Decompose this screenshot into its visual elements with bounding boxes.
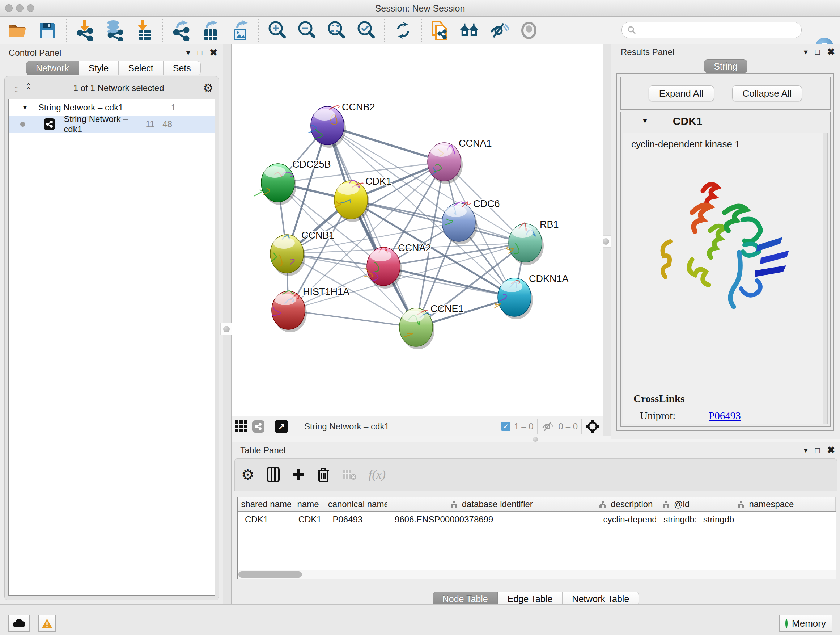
refresh-layout-icon[interactable] xyxy=(393,20,413,41)
node-count: 11 xyxy=(145,119,155,129)
tab-sets[interactable]: Sets xyxy=(163,61,201,75)
table-cell[interactable]: 9606.ENSP00000378699 xyxy=(387,512,596,527)
delete-column-icon[interactable] xyxy=(317,467,330,482)
panel-collapse-icon[interactable]: ▾ xyxy=(804,48,808,56)
cloud-icon xyxy=(12,619,25,628)
birdseye-view-icon[interactable]: ↗ xyxy=(275,420,288,433)
table-cell[interactable]: cyclin-dependent ... xyxy=(596,512,657,527)
table-hscrollbar-thumb[interactable] xyxy=(238,571,302,578)
memory-status-dot xyxy=(785,619,788,628)
crosslinks-title: CrossLinks xyxy=(633,393,816,405)
tree-expander-icon[interactable]: ▼ xyxy=(22,104,28,111)
node-label-cdc25b: CDC25B xyxy=(292,159,331,170)
collapse-all-networks-icon[interactable]: ⌄⌄ xyxy=(10,84,22,92)
panel-close-icon[interactable]: ✖ xyxy=(827,46,835,57)
collapse-all-button[interactable]: Collapse All xyxy=(732,86,802,101)
memory-button[interactable]: Memory xyxy=(779,615,832,632)
search-input[interactable] xyxy=(636,25,788,35)
network-node-rb1[interactable]: RB1 xyxy=(507,219,559,265)
add-column-icon[interactable] xyxy=(292,468,305,481)
table-cell[interactable]: CDK1 xyxy=(291,512,325,527)
column-header-namespace[interactable]: namespace xyxy=(696,497,836,511)
network-edge[interactable] xyxy=(288,310,416,327)
import-network-database-icon[interactable] xyxy=(104,20,125,41)
crosslink-uniprot[interactable]: P06493 xyxy=(709,410,741,422)
column-header-name[interactable]: name xyxy=(291,497,325,511)
cdk1-entry-header[interactable]: ▼ CDK1 xyxy=(621,112,830,130)
selected-nodes-checkbox[interactable]: ✓ xyxy=(501,422,510,431)
network-node-ccne1[interactable]: CCNE1 xyxy=(399,303,464,349)
node-table[interactable]: shared namenamecanonical namedatabase id… xyxy=(237,497,836,579)
table-row[interactable]: CDK1CDK1P064939606.ENSP00000378699cyclin… xyxy=(238,512,836,527)
table-cell[interactable]: stringdb:9... xyxy=(656,512,696,527)
export-image-icon[interactable] xyxy=(230,20,250,41)
tab-style[interactable]: Style xyxy=(79,61,118,75)
table-cell[interactable]: P06493 xyxy=(325,512,387,527)
node-label-cdkn1a: CDKN1A xyxy=(529,273,569,284)
export-table-icon[interactable] xyxy=(201,20,221,41)
fit-selection-crosshair-icon[interactable] xyxy=(585,419,600,434)
panel-collapse-icon[interactable]: ▾ xyxy=(804,447,808,454)
export-network-icon[interactable] xyxy=(171,20,191,41)
zoom-out-icon[interactable] xyxy=(297,20,317,41)
column-header-canonical-name[interactable]: canonical name xyxy=(325,497,387,511)
warnings-button[interactable] xyxy=(38,615,56,632)
expand-all-button[interactable]: Expand All xyxy=(649,86,714,101)
expand-all-networks-icon[interactable]: ⌃⌃ xyxy=(22,84,34,92)
tab-string[interactable]: String xyxy=(704,59,747,73)
column-header-shared-name[interactable]: shared name xyxy=(238,497,291,511)
control-panel-title: Control Panel xyxy=(9,48,61,58)
left-divider-grip[interactable] xyxy=(220,323,233,335)
network-node-ccnb2[interactable]: CCNB2 xyxy=(309,102,375,148)
cloud-services-button[interactable] xyxy=(8,615,30,632)
network-node-cdk1[interactable]: CDK1 xyxy=(334,176,392,222)
panel-close-icon[interactable]: ✖ xyxy=(210,47,218,58)
grid-view-icon[interactable] xyxy=(235,420,247,432)
save-session-icon[interactable] xyxy=(38,20,58,41)
show-columns-icon[interactable] xyxy=(267,467,279,482)
show-all-icon[interactable] xyxy=(519,20,539,41)
panel-float-icon[interactable]: □ xyxy=(815,447,820,454)
panel-float-icon[interactable]: □ xyxy=(815,48,820,56)
first-neighbors-icon[interactable] xyxy=(459,20,480,41)
clone-network-icon[interactable] xyxy=(430,20,450,41)
network-node-hist1h1a[interactable]: HIST1H1A xyxy=(272,287,349,333)
table-settings-gear-icon[interactable]: ⚙ xyxy=(241,466,254,483)
control-panel: Control Panel ▾ □ ✖ Network Style Select… xyxy=(0,44,223,604)
zoom-in-icon[interactable] xyxy=(267,20,287,41)
import-table-file-icon[interactable] xyxy=(134,20,154,41)
search-field[interactable] xyxy=(622,22,802,38)
panel-collapse-icon[interactable]: ▾ xyxy=(186,49,190,57)
network-graph[interactable]: CCNB2CCNA1CDC25BCDK1CDC6RB1CCNB1CCNA2CDK… xyxy=(232,44,603,416)
right-panel-divider[interactable] xyxy=(603,44,612,439)
network-canvas[interactable]: CCNB2CCNA1CDC25BCDK1CDC6RB1CCNB1CCNA2CDK… xyxy=(232,44,603,416)
column-header-database-identifier[interactable]: database identifier xyxy=(387,497,596,511)
delete-table-icon-disabled xyxy=(342,469,356,480)
string-style-icon[interactable] xyxy=(252,420,264,432)
tab-network[interactable]: Network xyxy=(26,61,79,75)
import-network-file-icon[interactable] xyxy=(74,20,95,41)
panel-float-icon[interactable]: □ xyxy=(197,49,202,57)
table-toolbar: ⚙ f(x) xyxy=(234,458,837,491)
tab-select[interactable]: Select xyxy=(118,61,163,75)
network-options-gear-icon[interactable]: ⚙ xyxy=(203,81,213,95)
results-scrollbar[interactable] xyxy=(823,133,827,424)
column-header-description[interactable]: description xyxy=(596,497,657,511)
left-panel-divider[interactable] xyxy=(223,44,232,604)
string-results-box: Expand All Collapse All ▼ CDK1 cyclin-de… xyxy=(616,73,834,431)
network-node-ccnb1[interactable]: CCNB1 xyxy=(270,230,335,276)
table-cell[interactable]: stringdb xyxy=(696,512,836,527)
network-tree-root-row[interactable]: ▼ String Network – cdk1 1 xyxy=(9,99,215,116)
zoom-selected-icon[interactable] xyxy=(356,20,376,41)
open-session-icon[interactable] xyxy=(8,20,28,41)
hide-selected-icon[interactable] xyxy=(489,20,509,41)
entry-expander-icon[interactable]: ▼ xyxy=(642,117,648,125)
network-tree-child-row[interactable]: String Network – cdk1 11 48 xyxy=(9,116,215,133)
panel-close-icon[interactable]: ✖ xyxy=(827,445,835,456)
zoom-fit-icon[interactable] xyxy=(326,20,347,41)
column-header--id[interactable]: @id xyxy=(656,497,696,511)
column-tree-icon xyxy=(599,501,606,508)
table-hscrollbar[interactable] xyxy=(238,570,836,578)
network-node-cdc6[interactable]: CDC6 xyxy=(442,198,500,244)
table-cell[interactable]: CDK1 xyxy=(238,512,291,527)
